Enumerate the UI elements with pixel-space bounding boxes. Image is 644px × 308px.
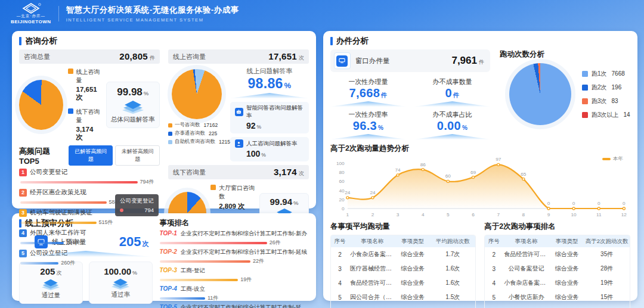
smart-qa-label: 智能问答咨询问题解答率 xyxy=(246,104,304,120)
online-pie-chart[interactable] xyxy=(172,69,222,119)
trend-legend: 本年 xyxy=(602,155,623,163)
top5-bar xyxy=(20,242,64,244)
window-volume-value: 7,961件 xyxy=(451,55,484,67)
legend-item: 线上咨询量17,651 次 xyxy=(68,68,101,102)
legend-value: 196 xyxy=(612,84,622,91)
ranking-rank-label: TOP-1 xyxy=(160,230,177,237)
rate-underline xyxy=(230,93,309,98)
ranking-bar-value: 19件 xyxy=(240,276,252,284)
legend-label: 线上咨询量 xyxy=(76,68,101,85)
svg-text:5: 5 xyxy=(447,212,450,217)
rank-run-table[interactable]: 序号事项名称事项类型高于2次跑动次数2食品经营许可新办综合业务35件3公司备案登… xyxy=(484,235,630,308)
run-pie-title: 跑动次数分析 xyxy=(500,49,630,60)
top5-bar xyxy=(20,262,58,265)
svg-text:12: 12 xyxy=(621,212,627,217)
table-row: 6食品经营许可延续综合业务15件 xyxy=(485,304,629,308)
manual-consult-card: 人工咨询问题解答率 100% xyxy=(230,137,309,161)
rank-run-table-section: 高于2次跑动事项排名 序号事项名称事项类型高于2次跑动次数2食品经营许可新办综合… xyxy=(484,222,630,308)
ranking-item-name: 企业实行不定时工作制和综合计算工时工作制-延续 xyxy=(181,248,307,256)
svg-text:10: 10 xyxy=(571,212,577,217)
rank-badge: 3 xyxy=(19,209,27,217)
preaudit-cards: 205次 通过量 100.00% 通过率 xyxy=(19,262,153,304)
logo: —北京·亦庄— BEIJINGETOWN xyxy=(11,3,51,24)
svg-text:74: 74 xyxy=(395,167,401,173)
trend-line-chart[interactable]: 0204060801001234567891011122424748660699… xyxy=(330,154,630,220)
legend-swatch xyxy=(68,69,73,74)
pass-count-label: 通过量 xyxy=(22,291,80,300)
top5-header: 高频问题TOP5 已解答高频问题 未解答高频问题 xyxy=(19,145,160,166)
smart-qa-card: 智能问答咨询问题解答率 92% xyxy=(230,102,309,133)
svg-text:24: 24 xyxy=(370,190,376,195)
total-header-bar: 咨询总量 20,805件 xyxy=(19,49,160,64)
window-volume-bar: 窗口办件量 7,961件 xyxy=(330,49,490,72)
consult-panel-title: 咨询分析 xyxy=(19,36,309,46)
legend-item: 跑2次196 xyxy=(582,83,630,92)
table-row: 6在京单位通勤班...综合业务1.5次 xyxy=(331,304,475,308)
online-pie-area: 一号咨询数17162亦事通咨询数225自助机查询咨询数1215 xyxy=(168,67,225,161)
svg-text:80: 80 xyxy=(339,170,345,175)
tooltip-row: 794 xyxy=(120,207,154,213)
table-cell: 3 xyxy=(485,266,503,272)
ranking-row: TOP-3工商-登记19件 xyxy=(160,267,309,284)
manual-consult-value: 100% xyxy=(246,149,304,158)
legend-label: 跑3次 xyxy=(592,97,607,105)
tooltip-value: 794 xyxy=(144,207,154,213)
table-row: 5小餐饮店新办综合业务15件 xyxy=(485,290,629,304)
dashboard-main: 咨询分析 咨询总量 20,805件 线上咨询量17,651 次线下咨询量3,17… xyxy=(0,27,644,308)
svg-text:40: 40 xyxy=(339,188,345,194)
top5-bar-value: 296件 xyxy=(66,239,80,247)
total-label: 咨询总量 xyxy=(24,52,50,61)
ranking-row: TOP-2企业实行不定时工作制和综合计算工时工作制-延续22件 xyxy=(160,248,309,265)
stat-once-volume: 一次性办理量 7,668件 xyxy=(330,77,406,107)
svg-text:60: 60 xyxy=(445,174,451,179)
table-cell: 1.5次 xyxy=(430,293,475,301)
app-subtitle: INTELLIGENT SERVICE MANAGEMENT SYSTEM xyxy=(66,17,239,23)
trend-title: 高于2次跑动量趋势分析 xyxy=(330,144,630,154)
ranking-chart[interactable]: TOP-1企业实行不定时工作制和综合计算工时工作制-新办26件TOP-2企业实行… xyxy=(160,230,309,308)
total-pie-chart[interactable] xyxy=(19,80,63,130)
svg-text:69: 69 xyxy=(470,170,476,175)
tab-unanswered-questions[interactable]: 未解答高频问题 xyxy=(115,145,159,166)
legend-item: 跑1次7668 xyxy=(582,70,630,78)
top5-bar xyxy=(20,181,138,183)
offline-value: 3,174次 xyxy=(274,167,304,178)
svg-text:6: 6 xyxy=(472,212,475,217)
ranking-rank-label: TOP-5 xyxy=(160,304,177,308)
left-column: 咨询分析 咨询总量 20,805件 线上咨询量17,651 次线下咨询量3,17… xyxy=(12,31,316,302)
svg-text:0: 0 xyxy=(623,201,626,206)
handling-stats-area: 窗口办件量 7,961件 一次性办理量 7,668件 办不成事数量 0件 xyxy=(330,49,490,139)
ranking-bar-value: 22件 xyxy=(253,257,264,265)
run-count-pie-chart[interactable] xyxy=(509,63,571,125)
table-cell: 2 xyxy=(485,251,503,258)
table-header-cell: 序号 xyxy=(331,238,349,245)
table-cell: 食品经营许可延续 xyxy=(349,279,395,287)
svg-text:97: 97 xyxy=(496,157,501,162)
top5-bar-value: 260件 xyxy=(61,259,75,267)
ranking-bar-value: 26件 xyxy=(270,239,281,247)
table-cell: 综合业务 xyxy=(550,279,584,287)
table-header-cell: 序号 xyxy=(485,238,503,245)
stat-fail-rate: 办不成事占比 0.00% xyxy=(414,110,490,139)
tooltip-title: 公司变更登记 xyxy=(120,197,154,205)
handling-title-text: 办件分析 xyxy=(336,36,369,46)
online-header-bar: 线上咨询量 17,651次 xyxy=(168,49,309,64)
avg-run-table-section: 各事项平均跑动量 序号事项名称事项类型平均跑动次数2小食杂店备案新办综合业务1.… xyxy=(330,222,476,308)
ranking-item-name: 企业实行不定时工作制和综合计算工时工作制-新办 xyxy=(181,230,307,238)
ranking-item-name: 工商-登记 xyxy=(181,267,205,275)
ranking-bar xyxy=(160,279,239,281)
table-header-cell: 事项类型 xyxy=(550,238,584,245)
ranking-rank-label: TOP-2 xyxy=(160,248,177,255)
table-cell: 1.7次 xyxy=(430,250,475,259)
top5-item-name: 机动车驾驶证期满换证 xyxy=(30,209,92,217)
avg-run-table[interactable]: 序号事项名称事项类型平均跑动次数2小食杂店备案新办综合业务1.7次3医疗器械经营… xyxy=(330,235,476,308)
svg-text:2: 2 xyxy=(371,212,374,217)
app-title: 智慧大厅分析决策系统-无缝化服务体验-办成事 xyxy=(66,5,239,15)
top5-bar xyxy=(20,222,97,224)
ranking-rank-label: TOP-3 xyxy=(160,267,177,273)
svg-text:0: 0 xyxy=(572,201,575,206)
stat-once-rate: 一次性办理率 96.3% xyxy=(330,110,406,139)
table-row: 5因公司合并（分...综合业务1.5次 xyxy=(331,290,475,304)
table-row: 2小食杂店备案新办综合业务1.7次 xyxy=(331,247,475,262)
tab-answered-questions[interactable]: 已解答高频问题 xyxy=(69,145,113,166)
table-row: 4食品经营许可延续综合业务1.6次 xyxy=(331,276,475,290)
